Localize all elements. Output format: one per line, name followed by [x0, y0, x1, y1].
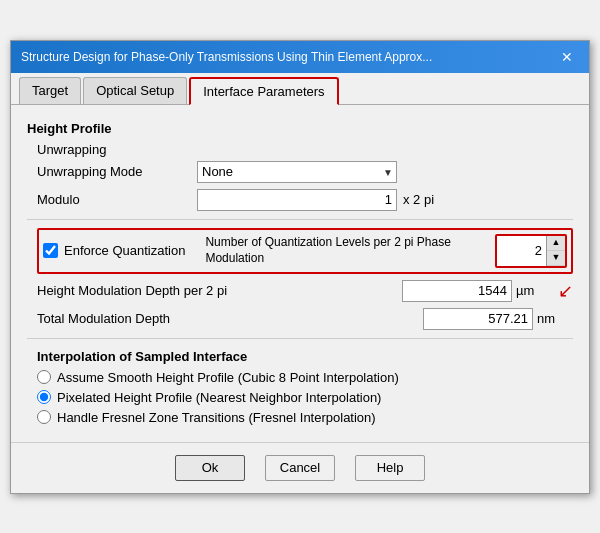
tab-target[interactable]: Target [19, 77, 81, 104]
height-profile-label: Height Profile [27, 121, 573, 136]
radio-smooth-text: Assume Smooth Height Profile (Cubic 8 Po… [57, 370, 399, 385]
cancel-button[interactable]: Cancel [265, 455, 335, 481]
interp-label: Interpolation of Sampled Interface [37, 349, 573, 364]
spinner-buttons: ▲ ▼ [547, 236, 565, 266]
total-mod-value-wrapper: nm [423, 308, 573, 330]
dialog-buttons: Ok Cancel Help [11, 442, 589, 493]
arrow-indicator-icon: ↙ [558, 280, 573, 302]
unwrapping-mode-label: Unwrapping Mode [37, 164, 197, 179]
quantization-spinner: ▲ ▼ [495, 234, 567, 268]
unwrapping-label: Unwrapping [37, 142, 573, 157]
enforce-quantization-text: Enforce Quantization [64, 243, 185, 258]
window-title: Structure Design for Phase-Only Transmis… [21, 50, 555, 64]
total-mod-label: Total Modulation Depth [37, 311, 423, 326]
title-bar: Structure Design for Phase-Only Transmis… [11, 41, 589, 73]
radio-smooth[interactable] [37, 370, 51, 384]
tab-bar: Target Optical Setup Interface Parameter… [11, 73, 589, 105]
quant-description: Number of Quantization Levels per 2 pi P… [205, 235, 485, 266]
content-area: Height Profile Unwrapping Unwrapping Mod… [11, 105, 589, 442]
unwrapping-mode-row: Unwrapping Mode None ▼ [37, 161, 573, 183]
total-mod-unit: nm [537, 311, 573, 326]
radio-fresnel-text: Handle Fresnel Zone Transitions (Fresnel… [57, 410, 376, 425]
spinner-down-button[interactable]: ▼ [547, 251, 565, 266]
radio-pixelated-text: Pixelated Height Profile (Nearest Neighb… [57, 390, 381, 405]
modulo-unit-label: x 2 pi [403, 192, 434, 207]
height-mod-value-wrapper: µm ↙ [402, 280, 573, 302]
interpolation-section: Interpolation of Sampled Interface Assum… [37, 349, 573, 425]
enforce-quantization-checkbox-label[interactable]: Enforce Quantization [43, 243, 185, 258]
help-button[interactable]: Help [355, 455, 425, 481]
radio-pixelated-label[interactable]: Pixelated Height Profile (Nearest Neighb… [37, 390, 573, 405]
quantization-input[interactable] [497, 236, 547, 266]
tab-interface-parameters[interactable]: Interface Parameters [189, 77, 338, 105]
ok-button[interactable]: Ok [175, 455, 245, 481]
height-mod-label: Height Modulation Depth per 2 pi [37, 283, 402, 298]
height-mod-unit: µm [516, 283, 552, 298]
radio-fresnel[interactable] [37, 410, 51, 424]
enforce-quantization-row: Enforce Quantization Number of Quantizat… [37, 228, 573, 274]
total-mod-input [423, 308, 533, 330]
tab-optical-setup[interactable]: Optical Setup [83, 77, 187, 104]
modulo-row: Modulo x 2 pi [37, 189, 573, 211]
unwrapping-mode-select-wrapper: None ▼ [197, 161, 397, 183]
modulo-label: Modulo [37, 192, 197, 207]
radio-smooth-label[interactable]: Assume Smooth Height Profile (Cubic 8 Po… [37, 370, 573, 385]
height-mod-input [402, 280, 512, 302]
unwrapping-mode-select[interactable]: None [197, 161, 397, 183]
close-button[interactable]: ✕ [555, 47, 579, 67]
dialog-window: Structure Design for Phase-Only Transmis… [10, 40, 590, 494]
radio-pixelated[interactable] [37, 390, 51, 404]
enforce-quantization-checkbox[interactable] [43, 243, 58, 258]
radio-fresnel-label[interactable]: Handle Fresnel Zone Transitions (Fresnel… [37, 410, 573, 425]
total-mod-row: Total Modulation Depth nm [37, 308, 573, 330]
modulo-input[interactable] [197, 189, 397, 211]
height-mod-row: Height Modulation Depth per 2 pi µm ↙ [37, 280, 573, 302]
spinner-up-button[interactable]: ▲ [547, 236, 565, 251]
